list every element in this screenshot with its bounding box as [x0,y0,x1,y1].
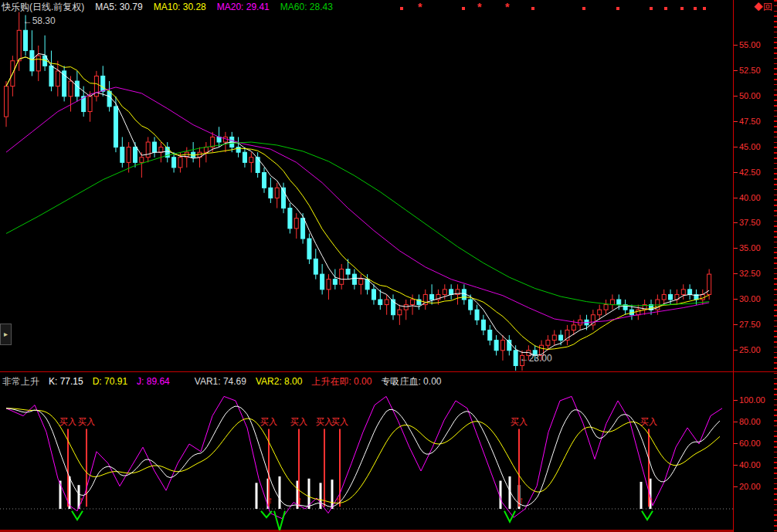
up-arrow-icon: ↑ [649,494,654,506]
buy-label: 买入 [59,417,76,426]
candlestick-chart[interactable]: ←58.30←23.00 [0,11,733,372]
buy-signals: 买入买入买入买入买入买入买入买入 [59,417,657,507]
signal-asterisk-icon: * [418,1,422,13]
panel-separator-line [0,371,777,372]
ma-label-1: MA10: 30.28 [154,2,206,12]
indicator-label-7: 专吸庄血: 0.00 [381,376,441,387]
up-arrow-icon: ↑ [335,494,341,506]
indicator-label-2: D: 70.91 [93,376,127,387]
signal-square-icon [400,7,403,10]
main-axis-label: 50.00 [739,91,761,101]
up-arrow-icon: ↑ [322,494,327,506]
signal-square-icon [703,7,706,10]
main-chart-header: 快乐购(日线.前复权)MA5: 30.79MA10: 30.28MA20: 29… [2,0,355,14]
main-axis-label: 55.00 [739,40,761,50]
main-axis-label: 37.50 [739,218,761,228]
main-axis-label: 40.00 [739,193,761,203]
indicator-label-3: J: 89.64 [137,376,170,387]
ma-lines [6,54,709,356]
price-annotation-1: ←23.00 [520,353,552,364]
signal-square-icon [694,7,697,10]
stock-title: 快乐购(日线.前复权) [2,2,84,12]
indicator-label-0: 非常上升 [2,376,39,387]
up-arrow-icon: ↑ [519,494,524,506]
main-axis-label: 35.00 [739,243,761,253]
main-axis-label: 52.50 [739,66,761,76]
buy-label: 买入 [331,417,348,426]
stock-chart-window: 快乐购(日线.前复权)MA5: 30.79MA10: 30.28MA20: 29… [0,0,777,532]
indicator-header: 非常上升K: 77.15D: 70.91J: 89.64VAR1: 74.69V… [2,373,450,390]
main-axis-label: 47.50 [739,117,761,127]
main-axis-label: 27.50 [739,320,761,330]
buy-label: 买入 [260,417,277,426]
main-axis-label: 45.00 [739,142,761,152]
indicator-axis-label: 60.00 [739,439,761,449]
up-arrow-icon: ↑ [79,494,84,506]
main-axis-label: 30.00 [739,294,761,304]
buy-label: 买入 [511,417,528,426]
buy-arrows: ↑↑↑↑↑↑↑ [79,494,654,506]
up-arrow-icon: ↑ [268,494,273,506]
buy-label: 买入 [316,417,333,426]
signal-square-icon [650,7,653,10]
ma-label-2: MA20: 29.41 [217,2,270,12]
price-annotation-0: ←58.30 [23,15,56,26]
indicator-label-1: K: 77.15 [49,376,83,387]
expand-arrow-icon[interactable]: ▸ [0,324,12,345]
main-axis-label: 42.50 [739,168,761,178]
indicator-label-4: VAR1: 74.69 [195,376,246,387]
signal-square-icon [680,7,684,10]
indicator-axis-label: 20.00 [739,482,761,492]
indicator-axis-label: 100.00 [739,395,765,405]
candles [5,12,711,371]
indicator-axis-label: 40.00 [739,460,761,470]
buy-label: 买入 [640,417,657,426]
kdj-indicator-chart[interactable]: 买入买入买入买入买入买入买入买入↑↑↑↑↑↑↑ [0,391,733,530]
signal-bars [59,476,652,509]
signal-square-icon [462,7,465,10]
axis-tick-ruler [774,0,777,532]
ma-label-0: MA5: 30.79 [95,2,142,12]
signal-square-icon [664,7,667,10]
buy-label: 买入 [78,417,95,426]
price-axis-panel: 55.0052.5050.0047.5045.0042.5040.0037.50… [733,0,777,532]
main-axis-label: 25.00 [739,345,761,355]
ma-label-3: MA60: 28.43 [280,2,333,12]
signal-square-icon [582,7,585,10]
window-control-icons[interactable]: ◆回 [754,1,772,14]
indicator-label-6: 上升在即: 0.00 [311,376,372,387]
signal-asterisk-icon: * [477,1,481,13]
signal-square-icon [616,7,619,10]
indicator-label-5: VAR2: 8.00 [256,376,302,387]
main-axis-label: 32.50 [739,269,761,279]
up-arrow-icon: ↑ [297,494,303,506]
buy-label: 买入 [290,417,307,426]
green-check-marks [72,511,653,530]
indicator-axis-label: 80.00 [739,417,761,427]
ma-legend: MA5: 30.79MA10: 30.28MA20: 29.41MA60: 28… [95,2,344,12]
signal-square-icon [531,7,534,10]
signal-asterisk-icon: * [505,1,509,13]
